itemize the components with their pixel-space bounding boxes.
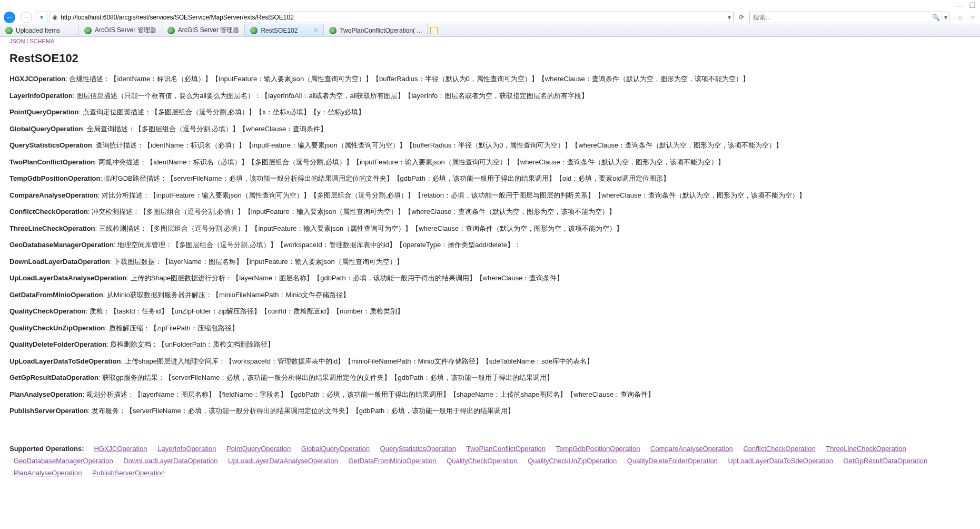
minimize-button[interactable]: — — [956, 2, 963, 9]
supported-operations: Supported Operations: HGXJCOperation Lay… — [9, 443, 971, 479]
supported-op-link[interactable]: ThreeLineCheckOperation — [826, 445, 906, 453]
operation-desc: : 规划分析描述：【layerName：图层名称】【fieldName：字段名】… — [83, 390, 655, 398]
url-input[interactable] — [60, 14, 726, 21]
tab-favicon-icon — [329, 27, 336, 34]
operation-desc: : 发布服务：【serverFileName：必填，该功能一般分析得出的结果调用… — [88, 407, 514, 415]
tab-label: ArcGIS Server 管理器 — [178, 26, 240, 35]
operation-name: GeoDatabaseManagerOperation — [9, 241, 114, 249]
supported-op-link[interactable]: GetDataFromMinioOperation — [349, 457, 437, 465]
home-icon[interactable]: ⌂ — [955, 12, 965, 23]
operation-name: TwoPlanConflictOperation — [9, 158, 95, 166]
json-link[interactable]: JSON — [9, 38, 25, 44]
browser-tab[interactable]: ArcGIS Server 管理器 — [162, 24, 245, 36]
forward-arrow-icon: → — [21, 12, 32, 23]
operation-desc: : 对比分析描述：【inputFeature：输入要素json（属性查询可为空）… — [98, 191, 806, 199]
address-bar[interactable]: ◉ ▾ — [50, 12, 734, 23]
new-tab-button[interactable] — [428, 24, 440, 36]
search-bar[interactable]: 🔍 ▾ — [749, 12, 949, 23]
operation-row: UpLoadLayerDataAnalyseOperation: 上传的Shap… — [9, 273, 971, 283]
tab-bar: Uploaded ItemsArcGIS Server 管理器ArcGIS Se… — [0, 24, 980, 37]
browser-tab[interactable]: TwoPlanConflictOperation( ... — [324, 24, 428, 36]
supported-op-link[interactable]: GlobalQueryOperation — [301, 445, 370, 453]
operation-row: UpLoadLayerDataToSdeOperation: 上传shape图层… — [9, 356, 971, 367]
dropdown-button[interactable]: ▾ — [36, 12, 47, 23]
browser-tab[interactable]: ArcGIS Server 管理器 — [79, 24, 162, 36]
favorites-icon[interactable]: ☆ — [967, 12, 978, 23]
back-button[interactable]: ← — [2, 12, 17, 23]
operation-name: QualityCheckUnZipOperation — [9, 324, 105, 332]
operation-row: PointQueryOperation: 点查询定位图斑描述：【多图层组合（逗号… — [9, 107, 971, 117]
operation-desc: : 合规性描述：【identName：标识名（必填）】【inputFeature… — [65, 75, 749, 83]
browser-tab[interactable]: Uploaded Items — [0, 24, 79, 36]
supported-op-link[interactable]: GetGpResultDataOperation — [844, 457, 928, 465]
search-icon[interactable]: 🔍 — [930, 14, 942, 21]
supported-op-link[interactable]: DownLoadLayerDataOperation — [123, 457, 217, 465]
right-tools: ⌂ ☆ — [952, 12, 978, 23]
supported-op-link[interactable]: PublishServerOperation — [92, 469, 165, 477]
operation-desc: : 图层信息描述（只能一个框有值，要么为all要么为图层名）：【layerInf… — [73, 92, 588, 100]
search-dropdown-icon[interactable]: ▾ — [942, 14, 949, 21]
nav-toolbar: ← → ▾ ◉ ▾ ⟳ 🔍 ▾ ⌂ ☆ — [0, 11, 980, 24]
url-dropdown-icon[interactable]: ▾ — [726, 14, 733, 21]
operation-name: QueryStatisticsOperation — [9, 141, 92, 149]
supported-op-link[interactable]: PointQueryOperation — [226, 445, 291, 453]
tab-label: TwoPlanConflictOperation( ... — [340, 27, 422, 34]
globe-icon: ◉ — [50, 14, 60, 21]
operation-row: QualityDeleteFolderOperation: 质检删除文档：【un… — [9, 339, 971, 350]
new-tab-icon — [430, 27, 438, 34]
operation-row: QueryStatisticsOperation: 查询统计描述：【identN… — [9, 140, 971, 151]
supported-op-link[interactable]: ConflictCheckOperation — [743, 445, 815, 453]
operation-name: GetDataFromMinioOperation — [9, 291, 103, 299]
page-title: RestSOE102 — [9, 52, 971, 65]
operation-name: QualityCheckOperation — [9, 307, 85, 315]
page-content: JSON | SCHEMA RestSOE102 HGXJCOperation:… — [0, 37, 980, 501]
supported-op-link[interactable]: PlanAnalyseOperation — [14, 469, 82, 477]
operation-row: PublishServerOperation: 发布服务：【serverFile… — [9, 406, 971, 416]
operation-desc: : 地理空间库管理：【多图层组合（逗号分割,必填）】【workspaceId：管… — [114, 241, 521, 249]
supported-op-link[interactable]: QueryStatisticsOperation — [380, 445, 457, 453]
supported-op-link[interactable]: UpLoadLayerDataToSdeOperation — [728, 457, 833, 465]
operation-desc: : 冲突检测描述：【多图层组合（逗号分割,必填）】【inputFeature：输… — [88, 208, 616, 215]
supported-op-link[interactable]: LayerInfoOperation — [157, 445, 216, 453]
tab-favicon-icon — [84, 27, 92, 34]
operation-row: TwoPlanConflictOperation: 两规冲突描述：【identN… — [9, 157, 971, 168]
operation-desc: : 全局查询描述：【多图层组合（逗号分割,必填）】【whereClause：查询… — [83, 125, 327, 133]
refresh-button[interactable]: ⟳ — [736, 12, 747, 23]
operation-row: GetDataFromMinioOperation: 从Minio获取数据到服务… — [9, 290, 971, 300]
tab-favicon-icon — [167, 27, 175, 34]
browser-tab[interactable]: RestSOE102✕ — [245, 24, 324, 36]
operation-name: PublishServerOperation — [9, 407, 88, 415]
operation-name: PointQueryOperation — [9, 108, 78, 116]
operation-name: TempGdbPositionOperation — [9, 174, 100, 182]
plus-icon: ▾ — [40, 14, 43, 21]
operation-row: GlobalQueryOperation: 全局查询描述：【多图层组合（逗号分割… — [9, 124, 971, 134]
operation-desc: : 获取gp服务的结果：【serverFileName：必填，该功能一般分析得出… — [98, 374, 553, 381]
refresh-icon: ⟳ — [739, 14, 744, 21]
operation-row: ConflictCheckOperation: 冲突检测描述：【多图层组合（逗号… — [9, 207, 971, 217]
supported-label: Supported Operations: — [9, 445, 84, 453]
search-input[interactable] — [750, 14, 930, 21]
operation-name: QualityDeleteFolderOperation — [9, 340, 106, 348]
operation-name: CompareAnalyseOperation — [9, 191, 98, 199]
operation-desc: : 上传的Shape图层数据进行分析：【layerName：图层名称】【gdbP… — [127, 274, 564, 282]
operation-desc: : 两规冲突描述：【identName：标识名（必填）】【多图层组合（逗号分割,… — [95, 158, 724, 166]
format-links: JSON | SCHEMA — [9, 37, 971, 45]
supported-op-link[interactable]: QualityCheckOperation — [447, 457, 517, 465]
forward-button[interactable]: → — [19, 12, 34, 23]
supported-op-link[interactable]: GeoDatabaseManagerOperation — [14, 457, 113, 465]
supported-op-link[interactable]: UpLoadLayerDataAnalyseOperation — [228, 457, 338, 465]
tab-close-icon[interactable]: ✕ — [313, 27, 318, 34]
supported-op-link[interactable]: TempGdbPositionOperation — [556, 445, 640, 453]
supported-op-link[interactable]: TwoPlanConflictOperation — [467, 445, 546, 453]
operation-row: ThreeLineCheckOperation: 三线检测描述：【多图层组合（逗… — [9, 223, 971, 234]
supported-op-link[interactable]: QualityDeleteFolderOperation — [627, 457, 718, 465]
operation-row: GeoDatabaseManagerOperation: 地理空间库管理：【多图… — [9, 240, 971, 250]
supported-op-link[interactable]: QualityCheckUnZipOperation — [528, 457, 617, 465]
supported-op-link[interactable]: HGXJCOperation — [94, 445, 147, 453]
operation-name: DownLoadLayerDataOperation — [9, 258, 110, 266]
schema-link[interactable]: SCHEMA — [29, 38, 54, 44]
operation-desc: : 三线检测描述：【多图层组合（逗号分割,必填）】【inputFeature：输… — [95, 224, 623, 232]
maximize-button[interactable]: ❐ — [969, 2, 976, 9]
operation-name: GlobalQueryOperation — [9, 125, 83, 133]
supported-op-link[interactable]: CompareAnalyseOperation — [650, 445, 733, 453]
